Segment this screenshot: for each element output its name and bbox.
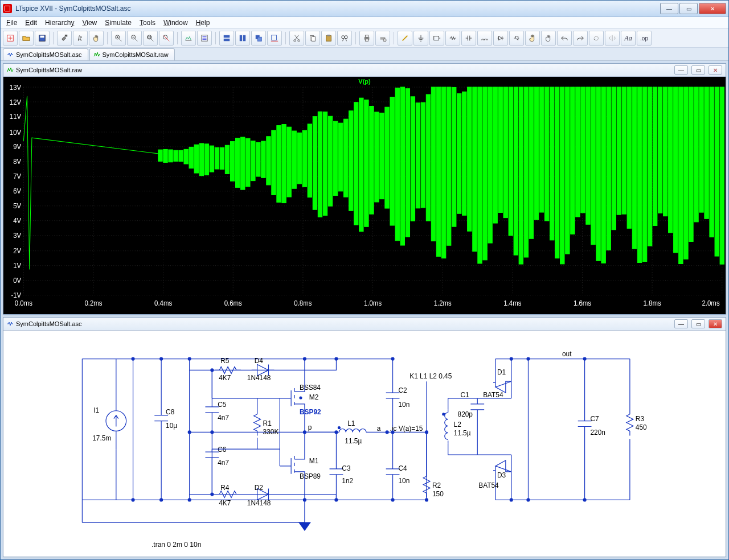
print-setup-icon[interactable] bbox=[375, 31, 390, 46]
svg-point-254 bbox=[188, 431, 191, 434]
menu-tools[interactable]: Tools bbox=[136, 18, 159, 28]
run-button[interactable] bbox=[73, 31, 88, 46]
toolbar-separator bbox=[107, 32, 108, 44]
svg-rect-152 bbox=[514, 87, 518, 255]
print-icon[interactable] bbox=[359, 31, 374, 46]
svg-rect-155 bbox=[529, 87, 533, 238]
pan-icon[interactable] bbox=[89, 31, 104, 46]
tile-vert-icon[interactable] bbox=[235, 31, 250, 46]
open-button[interactable] bbox=[19, 31, 34, 46]
drag-icon[interactable] bbox=[541, 31, 556, 46]
svg-rect-128 bbox=[390, 97, 394, 225]
mirror-icon[interactable] bbox=[605, 31, 620, 46]
pane-close-button[interactable]: ✕ bbox=[708, 65, 722, 75]
pane-close-button[interactable]: ✕ bbox=[708, 319, 722, 328]
svg-rect-109 bbox=[292, 131, 296, 188]
zoom-out-icon[interactable] bbox=[127, 31, 142, 46]
text-icon[interactable]: Aa bbox=[621, 31, 636, 46]
svg-text:I1: I1 bbox=[93, 406, 99, 414]
pane-minimize-button[interactable]: — bbox=[674, 65, 688, 75]
minimize-button[interactable]: — bbox=[660, 3, 678, 14]
schematic-icon bbox=[7, 320, 14, 327]
copy-icon[interactable] bbox=[305, 31, 320, 46]
menu-edit[interactable]: Edit bbox=[22, 18, 40, 28]
svg-rect-84 bbox=[163, 150, 167, 163]
paste-icon[interactable] bbox=[321, 31, 336, 46]
menu-window[interactable]: Window bbox=[160, 18, 191, 28]
svg-text:12V: 12V bbox=[10, 98, 21, 106]
svg-text:R3: R3 bbox=[636, 415, 645, 423]
svg-rect-91 bbox=[199, 143, 203, 176]
redo-icon[interactable] bbox=[573, 31, 588, 46]
label-icon[interactable] bbox=[429, 31, 444, 46]
svg-text:11.5µ: 11.5µ bbox=[345, 438, 362, 446]
menu-view[interactable]: View bbox=[79, 18, 100, 28]
close-all-icon[interactable] bbox=[267, 31, 282, 46]
schematic-area[interactable]: I1 17.5m C8 10µ R5 4K7 D4 1N4148 bbox=[3, 331, 726, 557]
maximize-button[interactable]: ▭ bbox=[679, 3, 698, 14]
draw-wire-icon[interactable] bbox=[398, 31, 412, 46]
zoom-in-icon[interactable] bbox=[111, 31, 126, 46]
pane-minimize-button[interactable]: — bbox=[674, 319, 688, 328]
svg-rect-21 bbox=[326, 36, 331, 42]
svg-text:10n: 10n bbox=[398, 477, 409, 485]
svg-rect-129 bbox=[395, 88, 399, 241]
svg-rect-121 bbox=[354, 102, 358, 225]
svg-rect-132 bbox=[411, 97, 415, 221]
capacitor-icon[interactable] bbox=[461, 31, 476, 46]
cascade-icon[interactable] bbox=[251, 31, 266, 46]
menu-hierarchy[interactable]: Hierarchy bbox=[42, 18, 77, 28]
hammer-icon[interactable] bbox=[57, 31, 72, 46]
move-icon[interactable] bbox=[525, 31, 540, 46]
zoom-fit-icon[interactable] bbox=[143, 31, 158, 46]
tran-directive[interactable]: .tran 0 2m 0 10n bbox=[151, 541, 201, 549]
svg-rect-181 bbox=[664, 87, 667, 216]
svg-text:5V: 5V bbox=[13, 202, 21, 211]
svg-point-273 bbox=[583, 358, 586, 361]
diode-icon[interactable] bbox=[493, 31, 508, 46]
svg-rect-104 bbox=[267, 137, 271, 185]
svg-rect-90 bbox=[194, 145, 198, 173]
spice-directive-icon[interactable]: .op bbox=[637, 31, 652, 46]
tile-horz-icon[interactable] bbox=[219, 31, 234, 46]
plot-area[interactable]: V(p) 13V12V11V10V9V8V7V6V5V4V3V2V1V0V-1V… bbox=[3, 77, 726, 314]
autoscale-icon[interactable] bbox=[181, 31, 196, 46]
svg-text:150: 150 bbox=[432, 491, 444, 499]
svg-text:M2: M2 bbox=[309, 393, 319, 401]
svg-rect-11 bbox=[224, 39, 230, 41]
svg-rect-137 bbox=[436, 87, 440, 257]
resistor-icon[interactable] bbox=[445, 31, 460, 46]
svg-text:C1: C1 bbox=[461, 391, 470, 399]
save-button[interactable] bbox=[35, 31, 50, 46]
close-button[interactable]: ✕ bbox=[699, 3, 726, 14]
menu-simulate[interactable]: Simulate bbox=[101, 18, 135, 28]
tab-asc[interactable]: SymColpittsMOSalt.asc bbox=[3, 48, 88, 60]
settings-icon[interactable] bbox=[197, 31, 212, 46]
undo-icon[interactable] bbox=[557, 31, 572, 46]
svg-text:2V: 2V bbox=[13, 247, 21, 256]
zoom-back-icon[interactable] bbox=[159, 31, 174, 46]
svg-rect-163 bbox=[571, 87, 575, 234]
menu-help[interactable]: Help bbox=[193, 18, 214, 28]
svg-text:0V: 0V bbox=[13, 277, 21, 285]
rotate-icon[interactable] bbox=[589, 31, 604, 46]
svg-rect-120 bbox=[349, 111, 353, 211]
svg-point-256 bbox=[211, 369, 214, 372]
svg-rect-99 bbox=[241, 137, 245, 190]
menu-file[interactable]: File bbox=[3, 18, 21, 28]
plot-svg: 13V12V11V10V9V8V7V6V5V4V3V2V1V0V-1V 0.0m… bbox=[3, 77, 726, 314]
find-icon[interactable] bbox=[337, 31, 352, 46]
svg-point-252 bbox=[188, 358, 191, 361]
tab-raw[interactable]: SymColpittsMOSalt.raw bbox=[89, 48, 175, 60]
pane-maximize-button[interactable]: ▭ bbox=[691, 319, 705, 328]
ground-icon[interactable] bbox=[413, 31, 428, 46]
svg-point-219 bbox=[338, 427, 340, 429]
svg-rect-2 bbox=[40, 36, 44, 38]
pane-maximize-button[interactable]: ▭ bbox=[691, 65, 705, 75]
new-schematic-button[interactable] bbox=[3, 31, 18, 46]
cut-icon[interactable] bbox=[289, 31, 304, 46]
inductor-icon[interactable] bbox=[477, 31, 492, 46]
svg-point-250 bbox=[160, 358, 163, 361]
svg-rect-187 bbox=[694, 87, 698, 222]
component-icon[interactable] bbox=[509, 31, 524, 46]
